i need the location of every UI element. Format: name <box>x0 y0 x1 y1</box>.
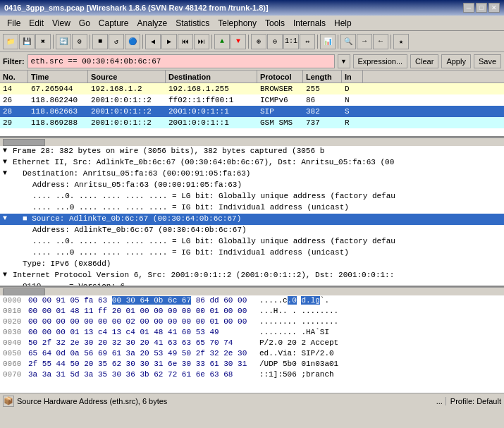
detail-pane: ▼ Frame 28: 382 bytes on wire (3056 bits… <box>0 146 504 287</box>
packet-row[interactable]: 14 67.265944 192.168.1.2 192.168.1.255 B… <box>0 83 504 94</box>
menu-internals[interactable]: Internals <box>289 17 330 30</box>
menu-edit[interactable]: Edit <box>25 17 48 30</box>
packet-info: R <box>342 118 363 127</box>
expand-icon[interactable] <box>3 192 13 200</box>
zoom-out-button[interactable]: ⊖ <box>267 34 283 49</box>
packet-row[interactable]: 29 118.869288 2001:0:0:1::2 2001:0:0:1::… <box>0 117 504 128</box>
detail-row[interactable]: .... ...0 .... .... .... .... = IG bit: … <box>0 202 504 214</box>
detail-row[interactable]: ▼ Ethernet II, Src: AdlinkTe_0b:6c:67 (0… <box>0 157 504 169</box>
minimize-button[interactable]: ─ <box>463 3 474 13</box>
mark-packet-button[interactable]: ★ <box>393 34 409 49</box>
go-next-button[interactable]: ▶ <box>161 34 177 49</box>
find-button[interactable]: 🔍 <box>340 34 356 49</box>
menu-analyze[interactable]: Analyze <box>133 17 172 30</box>
menu-file[interactable]: File <box>3 17 25 30</box>
hscrollbar-thumb[interactable] <box>3 139 45 146</box>
reload-button[interactable]: 🔄 <box>56 34 71 49</box>
menu-statistics[interactable]: Statistics <box>171 17 214 30</box>
hex-bytes: 00 00 91 05 fa 63 00 30 64 0b 6c 67 86 d… <box>28 296 254 305</box>
stop-button[interactable]: ■ <box>92 34 108 49</box>
window-controls: ─ □ ✕ <box>463 3 500 13</box>
color-mark-button[interactable]: ▲ <box>214 34 230 49</box>
hscrollbar-thumb[interactable] <box>3 288 45 295</box>
maximize-button[interactable]: □ <box>476 3 487 13</box>
expand-icon[interactable] <box>3 259 13 267</box>
resize-columns-button[interactable]: ⇔ <box>300 34 315 49</box>
menu-capture[interactable]: Capture <box>94 17 133 30</box>
detail-text: .... ...0 .... .... .... .... = IG bit: … <box>32 248 501 257</box>
zoom-100-button[interactable]: 1:1 <box>283 34 299 49</box>
detail-row[interactable]: Address: Anritsu_05:fa:63 (00:00:91:05:f… <box>0 180 504 191</box>
menu-view[interactable]: View <box>48 17 75 30</box>
expand-icon[interactable]: ▼ <box>3 271 13 279</box>
uncolor-button[interactable]: ▼ <box>231 34 246 49</box>
expression-button[interactable]: Expression... <box>353 54 408 68</box>
packet-proto: BROWSER <box>257 85 303 93</box>
expand-icon[interactable] <box>3 282 13 287</box>
hex-ascii: /UDP 5b0 01n03a01 <box>259 360 338 369</box>
detail-row[interactable]: ▼ ■ Source: AdlinkTe_0b:6c:67 (00:30:64:… <box>0 214 504 225</box>
packet-proto: ICMPv6 <box>257 96 303 104</box>
close-button[interactable]: ✖ <box>35 34 51 49</box>
detail-row[interactable]: ▼ Frame 28: 382 bytes on wire (3056 bits… <box>0 146 504 157</box>
detail-row[interactable]: .... ..0. .... .... .... .... = LG bit: … <box>0 236 504 247</box>
detail-row[interactable]: 0110 .... = Version: 6 <box>0 281 504 287</box>
filter-input[interactable] <box>27 54 335 68</box>
detail-row[interactable]: Type: IPv6 (0x86dd) <box>0 259 504 270</box>
capture-options-button[interactable]: ⚙ <box>72 34 87 49</box>
packet-len: 86 <box>303 96 342 104</box>
menu-tools[interactable]: Tools <box>261 17 289 30</box>
zoom-in-button[interactable]: ⊕ <box>251 34 266 49</box>
menu-help[interactable]: Help <box>330 17 356 30</box>
packet-info: S <box>342 107 363 116</box>
packet-row[interactable]: 28 118.862663 2001:0:0:1::2 2001:0:0:1::… <box>0 106 504 117</box>
hex-ascii: ...H.. . ........ <box>259 307 338 316</box>
hex-ascii: .....c.0 d.lg`. <box>259 296 329 305</box>
expand-icon[interactable]: ▼ <box>3 214 13 222</box>
packet-graph-button[interactable]: 📊 <box>320 34 336 49</box>
menu-go[interactable]: Go <box>75 17 94 30</box>
menu-telephony[interactable]: Telephony <box>214 17 261 30</box>
filter-dropdown-button[interactable]: ▼ <box>338 54 350 68</box>
detail-row[interactable]: .... ..0. .... .... .... .... = LG bit: … <box>0 191 504 202</box>
restart-button[interactable]: ↺ <box>109 34 124 49</box>
packet-time: 118.862240 <box>28 96 88 104</box>
packet-row[interactable]: 26 118.862240 2001:0:0:1::2 ff02::1:ff00… <box>0 94 504 106</box>
packet-list-hscrollbar[interactable] <box>0 137 504 146</box>
clear-button[interactable]: Clear <box>410 54 438 68</box>
scroll-back-button[interactable]: ◀ <box>145 34 161 49</box>
expand-icon[interactable]: ▼ <box>3 147 13 154</box>
save-filter-button[interactable]: Save <box>474 54 501 68</box>
find-prev-button[interactable]: ← <box>373 34 388 49</box>
go-first-button[interactable]: ⏮ <box>178 34 193 49</box>
go-last-button[interactable]: ⏭ <box>194 34 209 49</box>
find-next-button[interactable]: → <box>357 34 372 49</box>
expand-icon[interactable] <box>3 226 13 233</box>
expand-icon[interactable] <box>3 237 13 245</box>
packet-list: No. Time Source Destination Protocol Len… <box>0 71 504 137</box>
detail-pane-hscrollbar[interactable] <box>0 287 504 295</box>
detail-row[interactable]: Address: AdlinkTe_0b:6c:67 (00:30:64:0b:… <box>0 225 504 236</box>
close-button[interactable]: ✕ <box>488 3 500 13</box>
detail-row[interactable]: ▼ Internet Protocol Version 6, Src: 2001… <box>0 270 504 281</box>
col-header-length: Length <box>303 71 342 82</box>
save-button[interactable]: 💾 <box>19 34 35 49</box>
expand-icon[interactable] <box>3 181 13 188</box>
hex-ascii: ed..Via: SIP/2.0 <box>259 349 334 358</box>
hex-row: 0000 00 00 91 05 fa 63 00 30 64 0b 6c 67… <box>0 295 504 306</box>
col-header-protocol: Protocol <box>257 71 303 82</box>
detail-row[interactable]: ▼ Destination: Anritsu_05:fa:63 (00:00:9… <box>0 169 504 180</box>
expand-icon[interactable] <box>3 248 13 256</box>
hex-offset: 0010 <box>3 307 28 316</box>
capture-filters-button[interactable]: 🔵 <box>125 34 140 49</box>
hex-ascii: ........ ........ <box>259 317 338 326</box>
packet-dst: 192.168.1.255 <box>166 85 257 93</box>
expand-icon[interactable]: ▼ <box>3 158 13 166</box>
detail-row[interactable]: .... ...0 .... .... .... .... = IG bit: … <box>0 247 504 259</box>
expand-icon[interactable] <box>3 203 13 211</box>
hex-offset: 0020 <box>3 317 28 326</box>
detail-text: .... ..0. .... .... .... .... = LG bit: … <box>32 237 501 245</box>
apply-button[interactable]: Apply <box>441 54 471 68</box>
expand-icon[interactable]: ▼ <box>3 169 13 177</box>
open-button[interactable]: 📁 <box>3 34 18 49</box>
